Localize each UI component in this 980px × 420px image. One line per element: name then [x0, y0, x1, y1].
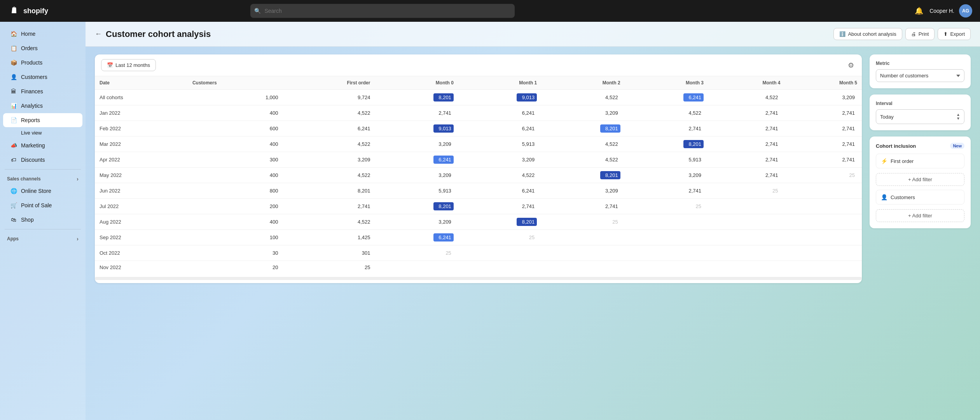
table-cell: 8,201 [283, 183, 375, 199]
col-header-month-2: Month 2 [542, 76, 625, 90]
table-cell: May 2022 [95, 168, 188, 183]
table-scroll-container[interactable]: Date Customers First order Month 0 Month… [95, 76, 862, 274]
discounts-icon: 🏷 [10, 156, 17, 163]
print-button[interactable]: 🖨 Print [905, 28, 935, 40]
table-cell: 3,209 [375, 136, 458, 152]
sidebar-label-discounts: Discounts [21, 157, 45, 163]
about-cohort-button[interactable]: ℹ️ About cohort analysis [833, 28, 902, 40]
table-cell: 400 [188, 105, 283, 121]
table-cell: All cohorts [95, 90, 188, 105]
table-cell: 6,241 [625, 90, 708, 105]
table-row: Oct 20223030125 [95, 245, 862, 261]
main-content: 📅 Last 12 months ⚙ Date Customers Fir [86, 47, 980, 291]
table-cell: 2,741 [542, 199, 625, 214]
sidebar-label-orders: Orders [21, 45, 38, 51]
metric-select[interactable]: Number of customers Returning customer r… [876, 69, 964, 82]
table-cell: Sep 2022 [95, 230, 188, 245]
table-cell: 2,741 [458, 199, 542, 214]
add-filter-button-2[interactable]: + Add filter [876, 209, 964, 222]
table-cell [542, 261, 625, 274]
sidebar-item-customers[interactable]: 👤 Customers [3, 70, 82, 84]
sidebar-item-home[interactable]: 🏠 Home [3, 27, 82, 41]
page-header-left: ← Customer cohort analysis [95, 29, 211, 39]
table-row: All cohorts1,0009,7248,2019,0134,5226,24… [95, 90, 862, 105]
sidebar-item-discounts[interactable]: 🏷 Discounts [3, 153, 82, 167]
table-cell: 2,741 [708, 136, 785, 152]
back-button[interactable]: ← [95, 30, 102, 38]
online-store-icon: 🌐 [10, 187, 17, 194]
table-cell [785, 261, 862, 274]
table-cell: 5,913 [458, 136, 542, 152]
sidebar-item-reports[interactable]: 📄 Reports [3, 113, 82, 127]
table-cell: 9,013 [458, 90, 542, 105]
customers-filter-icon: 👤 [881, 194, 887, 200]
table-cell: 2,741 [785, 152, 862, 168]
cohort-inclusion-title: Cohort inclusion [876, 143, 916, 149]
sidebar-divider [5, 169, 81, 170]
sidebar-label-products: Products [21, 60, 42, 66]
col-header-first-order: First order [283, 76, 375, 90]
sidebar-label-marketing: Marketing [21, 142, 45, 149]
first-order-label: First order [891, 158, 914, 164]
sales-channels-section: Sales channels › [0, 172, 86, 184]
table-cell: 2,741 [708, 168, 785, 183]
home-icon: 🏠 [10, 30, 17, 37]
sidebar-item-finances[interactable]: 🏛 Finances [3, 84, 82, 98]
sidebar-item-point-of-sale[interactable]: 🛒 Point of Sale [3, 198, 82, 212]
horizontal-scrollbar[interactable] [95, 277, 862, 280]
table-cell: 6,241 [283, 121, 375, 136]
marketing-icon: 📣 [10, 142, 17, 149]
sidebar: 🏠 Home 📋 Orders 📦 Products 👤 Customers 🏛… [0, 22, 86, 420]
table-cell: 4,522 [542, 136, 625, 152]
interval-field[interactable]: Today ▲ ▼ [876, 109, 964, 124]
analytics-icon: 📊 [10, 102, 17, 109]
col-header-date: Date [95, 76, 188, 90]
interval-value: Today [880, 114, 894, 120]
table-cell: 8,201 [375, 90, 458, 105]
table-cell: 8,201 [458, 214, 542, 230]
table-cell: 5,913 [625, 152, 708, 168]
table-row: Apr 20223003,2096,2413,2094,5225,9132,74… [95, 152, 862, 168]
sidebar-item-online-store[interactable]: 🌐 Online Store [3, 184, 82, 198]
table-cell: 4,522 [708, 90, 785, 105]
date-filter-button[interactable]: 📅 Last 12 months [101, 59, 156, 71]
export-button[interactable]: ⬆ Export [938, 28, 971, 40]
table-cell: Jun 2022 [95, 183, 188, 199]
sales-channels-label: Sales channels [7, 176, 41, 182]
table-cell: 2,741 [708, 105, 785, 121]
sidebar-item-analytics[interactable]: 📊 Analytics [3, 99, 82, 113]
sidebar-label-home: Home [21, 31, 35, 37]
export-icon: ⬆ [943, 31, 948, 37]
col-header-month-1: Month 1 [458, 76, 542, 90]
search-bar[interactable]: 🔍 [250, 4, 515, 18]
notifications-button[interactable]: 🔔 [913, 5, 925, 17]
col-header-month-0: Month 0 [375, 76, 458, 90]
add-filter-button-1[interactable]: + Add filter [876, 173, 964, 186]
table-cell: 400 [188, 214, 283, 230]
table-row: Jun 20228008,2015,9136,2413,2092,74125 [95, 183, 862, 199]
sidebar-item-liveview[interactable]: Live view [3, 128, 82, 138]
table-cell: 25 [283, 261, 375, 274]
table-cell: 4,522 [283, 136, 375, 152]
search-icon: 🔍 [254, 8, 261, 14]
filter-settings-button[interactable]: ⚙ [846, 60, 856, 71]
apps-label: Apps [7, 236, 19, 242]
sidebar-item-products[interactable]: 📦 Products [3, 56, 82, 70]
table-cell: 25 [785, 168, 862, 183]
table-cell: Apr 2022 [95, 152, 188, 168]
table-cell: 2,741 [708, 152, 785, 168]
reports-icon: 📄 [10, 117, 17, 124]
sidebar-item-marketing[interactable]: 📣 Marketing [3, 138, 82, 152]
table-cell: 2,741 [283, 199, 375, 214]
about-cohort-label: About cohort analysis [848, 31, 896, 37]
search-input[interactable] [250, 4, 515, 18]
table-row: Mar 20224004,5223,2095,9134,5228,2012,74… [95, 136, 862, 152]
sidebar-label-customers: Customers [21, 74, 47, 80]
table-cell: 1,425 [283, 230, 375, 245]
table-row: Nov 20222025 [95, 261, 862, 274]
table-cell: 6,241 [375, 152, 458, 168]
sidebar-item-shop[interactable]: 🛍 Shop [3, 213, 82, 227]
table-header-row: Date Customers First order Month 0 Month… [95, 76, 862, 90]
table-cell: 800 [188, 183, 283, 199]
sidebar-item-orders[interactable]: 📋 Orders [3, 41, 82, 55]
